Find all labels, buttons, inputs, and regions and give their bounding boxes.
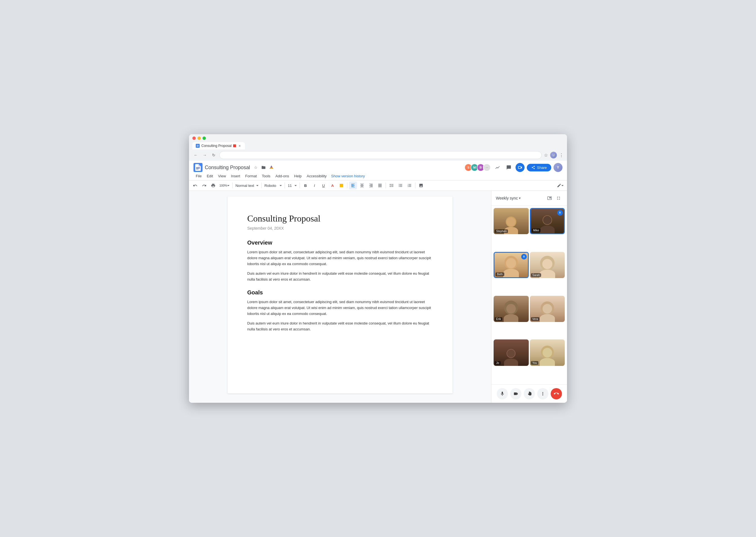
align-right-button[interactable] [367, 182, 375, 189]
menu-bar-row: File Edit View Insert Format Tools Add-o… [194, 173, 562, 179]
svg-rect-2 [196, 169, 199, 169]
pip-button[interactable] [546, 194, 553, 202]
goals-paragraph-2: Duis autem vel eum iriure dolor in hendr… [247, 320, 433, 332]
back-button[interactable]: ← [192, 152, 199, 158]
bookmark-icon[interactable]: ☆ [544, 152, 548, 158]
bold-button[interactable]: B [301, 182, 309, 189]
meet-sidebar: Weekly sync ▾ [491, 191, 567, 403]
meet-chevron-icon: ▾ [519, 196, 521, 200]
mike-mic-indicator [557, 210, 563, 216]
vera-name-badge: Vera [531, 317, 540, 321]
participant-you[interactable]: You [530, 339, 565, 366]
participant-beth[interactable]: Beth [494, 252, 529, 278]
menu-edit[interactable]: Edit [205, 173, 215, 179]
meet-controls [491, 385, 567, 403]
svg-rect-0 [196, 167, 200, 168]
highlight-button[interactable] [337, 182, 345, 189]
browser-tab[interactable]: D Consulting Proposal ✕ [192, 142, 245, 149]
menu-addons[interactable]: Add-ons [273, 173, 291, 179]
edit-mode-button[interactable] [556, 182, 565, 189]
beth-name-badge: Beth [496, 272, 504, 276]
end-call-button[interactable] [551, 388, 562, 399]
more-options-button[interactable] [537, 388, 548, 399]
mike-name-badge: Mike [532, 228, 541, 232]
menu-file[interactable]: File [194, 173, 204, 179]
insert-image-button[interactable] [417, 182, 425, 189]
comments-icon[interactable] [504, 163, 513, 172]
share-label: Share [537, 165, 547, 170]
menu-format[interactable]: Format [243, 173, 259, 179]
drive-icon[interactable] [268, 164, 275, 171]
window-controls [192, 137, 564, 140]
underline-button[interactable]: U [320, 182, 327, 189]
profile-avatar[interactable]: U [550, 152, 557, 158]
participant-sarah[interactable]: Sarah [530, 252, 565, 278]
print-button[interactable] [209, 182, 217, 189]
close-button[interactable] [192, 137, 196, 140]
zoom-button[interactable]: 100% [218, 182, 231, 189]
mute-button[interactable] [497, 388, 508, 399]
goals-paragraph-1: Lorem ipsum dolor sit amet, consectetuer… [247, 299, 433, 317]
toolbar-separator-6 [386, 183, 386, 188]
toolbar-separator-3 [284, 183, 285, 188]
browser-chrome: D Consulting Proposal ✕ ← → ↻ ☆ U ⋮ [189, 134, 567, 161]
participant-erik[interactable]: Erik [494, 296, 529, 322]
formatting-toolbar: 100% Normal text Roboto 11 B I U [189, 181, 567, 191]
redo-button[interactable] [200, 182, 208, 189]
align-justify-button[interactable] [376, 182, 384, 189]
browser-more-icon[interactable]: ⋮ [559, 152, 564, 158]
meet-icon[interactable] [515, 163, 524, 172]
menu-help[interactable]: Help [292, 173, 304, 179]
svg-rect-1 [196, 168, 200, 169]
align-center-button[interactable] [358, 182, 366, 189]
share-button[interactable]: Share [527, 164, 551, 171]
browser-window: D Consulting Proposal ✕ ← → ↻ ☆ U ⋮ [189, 134, 567, 403]
star-icon[interactable]: ☆ [252, 164, 259, 171]
maximize-button[interactable] [203, 137, 206, 140]
numbered-list-button[interactable] [405, 182, 413, 189]
menu-tools[interactable]: Tools [260, 173, 273, 179]
text-color-button[interactable]: A [328, 182, 336, 189]
address-bar-input[interactable] [219, 151, 542, 159]
participant-jo[interactable]: Jo [494, 339, 529, 366]
collaborators-avatars: S M B ··· [464, 164, 491, 171]
app-area: Consulting Proposal ☆ S M B ··· [189, 161, 567, 403]
menu-view[interactable]: View [216, 173, 228, 179]
collaborator-avatar-menu[interactable]: ··· [483, 164, 491, 171]
participant-stephen[interactable]: Stephen [494, 208, 529, 234]
toolbar-separator-2 [261, 183, 262, 188]
version-history-link[interactable]: Show version history [331, 174, 365, 178]
refresh-button[interactable]: ↻ [210, 152, 217, 158]
docs-logo [194, 163, 203, 172]
toolbar-separator-7 [415, 183, 415, 188]
minimize-button[interactable] [198, 137, 201, 140]
raise-hand-button[interactable] [524, 388, 535, 399]
docs-document-title: Consulting Proposal [205, 165, 250, 171]
participant-vera[interactable]: Vera [530, 296, 565, 322]
camera-button[interactable] [510, 388, 521, 399]
document-page[interactable]: Consulting Proposal September 04, 20XX O… [228, 196, 453, 393]
document-area: Consulting Proposal September 04, 20XX O… [189, 191, 491, 403]
tab-close-button[interactable]: ✕ [238, 144, 242, 148]
font-select-button[interactable]: Roboto [263, 182, 283, 189]
expand-button[interactable] [555, 194, 562, 202]
style-select-button[interactable]: Normal text [234, 182, 260, 189]
erik-name-badge: Erik [495, 317, 502, 321]
user-profile-avatar[interactable]: Y [553, 163, 562, 172]
forward-button[interactable]: → [201, 152, 208, 158]
toolbar-right-group [556, 182, 565, 189]
undo-button[interactable] [191, 182, 199, 189]
jo-name-badge: Jo [495, 361, 501, 365]
folder-icon[interactable] [260, 164, 267, 171]
toolbar-separator-5 [347, 183, 347, 188]
align-left-button[interactable] [349, 182, 357, 189]
meet-title-row[interactable]: Weekly sync ▾ [496, 196, 521, 200]
font-size-button[interactable]: 11 [286, 182, 298, 189]
participant-mike[interactable]: Mike [530, 208, 565, 234]
activity-icon[interactable] [493, 163, 502, 172]
line-spacing-button[interactable] [388, 182, 396, 189]
menu-insert[interactable]: Insert [229, 173, 243, 179]
bullets-button[interactable] [397, 182, 404, 189]
menu-accessibility[interactable]: Accessibility [305, 173, 329, 179]
italic-button[interactable]: I [311, 182, 319, 189]
